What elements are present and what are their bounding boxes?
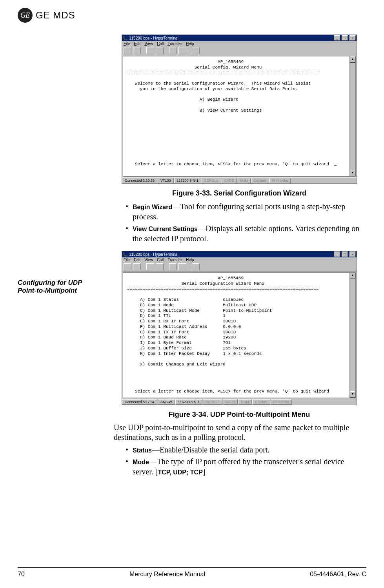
- menu-transfer[interactable]: Transfer: [167, 258, 182, 262]
- list-item: Status—Enable/Disable the serial data po…: [126, 445, 365, 455]
- toolbar-btn[interactable]: [169, 263, 177, 270]
- brand-text: GE MDS: [36, 10, 75, 21]
- toolbar-btn[interactable]: [133, 263, 141, 270]
- maximize-icon[interactable]: □: [342, 251, 348, 257]
- scroll-down-icon[interactable]: ▼: [350, 391, 355, 398]
- status-port: 115200 8-N-1: [175, 399, 202, 405]
- figure-caption-1: Figure 3-33. Serial Configuration Wizard: [114, 189, 365, 197]
- list-item: View Current Settings—Displays all setab…: [126, 223, 365, 244]
- titlebar: 📞 115200 bps - HyperTerminal _ □ ×: [122, 251, 357, 257]
- toolbar-btn[interactable]: [192, 263, 200, 270]
- close-icon[interactable]: ×: [349, 251, 356, 257]
- statusbar: Connected 3:10:59 VT100 115200 8-N-1 SCR…: [122, 177, 357, 183]
- toolbar-btn[interactable]: [133, 47, 141, 54]
- scroll-down-icon[interactable]: ▼: [350, 170, 355, 176]
- app-icon: 📞: [123, 36, 127, 40]
- menu-transfer[interactable]: Transfer: [167, 42, 182, 46]
- status-capture: Capture: [252, 399, 270, 405]
- minimize-icon[interactable]: _: [334, 251, 340, 257]
- toolbar-btn[interactable]: [169, 47, 177, 54]
- status-connected: Connected 5:17:34: [122, 399, 157, 405]
- status-scroll: SCROLL: [203, 399, 222, 405]
- brand-header: GE GE MDS: [18, 8, 366, 23]
- status-print: Print echo: [269, 178, 291, 183]
- toolbar-btn[interactable]: [146, 263, 154, 270]
- toolbar: [122, 262, 357, 271]
- option-name: Status: [133, 447, 152, 454]
- option-name: View Current Settings: [133, 226, 198, 232]
- options-list-1: Begin Wizard—Tool for configuring serial…: [126, 201, 365, 244]
- toolbar-btn[interactable]: [146, 47, 154, 54]
- toolbar-btn[interactable]: [156, 263, 164, 270]
- menu-file[interactable]: File: [124, 42, 130, 46]
- figure-caption-2: Figure 3-34. UDP Point-to-Multipoint Men…: [114, 411, 365, 419]
- hyperterminal-window-1: 📞 115200 bps - HyperTerminal _ □ × File …: [122, 34, 357, 184]
- page-number: 70: [18, 571, 25, 578]
- paragraph: Use UDP point-to-multipoint to send a co…: [114, 423, 365, 442]
- list-item: Mode—The type of IP port offered by the …: [126, 456, 365, 477]
- status-print: Print echo: [271, 399, 292, 405]
- statusbar: Connected 5:17:34 ANSIW 115200 8-N-1 SCR…: [122, 399, 357, 405]
- hyperterminal-window-2: 📞 115200 bps - HyperTerminal _ □ × File …: [122, 251, 357, 405]
- option-close: ]: [203, 467, 206, 476]
- menu-view[interactable]: View: [144, 42, 153, 46]
- option-values: TCP, UDP; TCP: [158, 469, 202, 476]
- list-item: Begin Wizard—Tool for configuring serial…: [126, 201, 365, 222]
- menu-call[interactable]: Call: [157, 42, 164, 46]
- toolbar-btn[interactable]: [178, 47, 186, 54]
- toolbar-btn[interactable]: [124, 263, 131, 270]
- menu-help[interactable]: Help: [186, 42, 194, 46]
- scroll-up-icon[interactable]: ▲: [350, 56, 355, 63]
- status-num: NUM: [238, 399, 252, 405]
- toolbar: [122, 46, 357, 55]
- app-icon: 📞: [123, 252, 127, 257]
- menubar: File Edit View Call Transfer Help: [122, 41, 357, 46]
- toolbar-btn[interactable]: [178, 263, 186, 270]
- option-desc: —Enable/Disable the serial data port.: [152, 445, 269, 454]
- terminal-output: AP_1655469 Serial Config. Wizard Menu ==…: [123, 56, 349, 176]
- scrollbar[interactable]: ▲ ▼: [349, 56, 355, 176]
- doc-title: Mercury Reference Manual: [129, 571, 205, 578]
- toolbar-btn[interactable]: [192, 47, 200, 54]
- status-scroll: SCROLL: [202, 178, 221, 183]
- doc-id: 05-4446A01, Rev. C: [310, 571, 366, 578]
- option-name: Mode: [133, 459, 149, 465]
- options-list-2: Status—Enable/Disable the serial data po…: [126, 445, 365, 477]
- toolbar-btn[interactable]: [156, 47, 164, 54]
- window-title: 115200 bps - HyperTerminal: [129, 36, 178, 40]
- menu-view[interactable]: View: [144, 258, 153, 262]
- menu-help[interactable]: Help: [186, 258, 194, 262]
- menubar: File Edit View Call Transfer Help: [122, 257, 357, 262]
- menu-edit[interactable]: Edit: [134, 42, 140, 46]
- status-capture: Capture: [251, 178, 269, 183]
- toolbar-btn[interactable]: [124, 47, 131, 54]
- status-port: 115200 8-N-1: [174, 178, 201, 183]
- sidebar-heading: Configuring for UDP Point-to-Multipoint: [18, 279, 96, 294]
- status-emulation: ANSIW: [158, 399, 175, 405]
- status-num: NUM: [237, 178, 251, 183]
- page-footer: 70 Mercury Reference Manual 05-4446A01, …: [18, 567, 366, 578]
- option-name: Begin Wizard: [133, 204, 172, 210]
- scroll-up-icon[interactable]: ▲: [350, 273, 355, 279]
- menu-edit[interactable]: Edit: [134, 258, 140, 262]
- menu-call[interactable]: Call: [157, 258, 164, 262]
- window-title: 115200 bps - HyperTerminal: [129, 252, 178, 257]
- close-icon[interactable]: ×: [349, 35, 356, 41]
- scrollbar[interactable]: ▲ ▼: [349, 273, 355, 398]
- minimize-icon[interactable]: _: [334, 35, 340, 41]
- menu-file[interactable]: File: [124, 258, 130, 262]
- status-caps: CAPS: [223, 399, 238, 405]
- terminal-output: AP_1655469 Serial Configuration Wizard M…: [123, 273, 349, 398]
- maximize-icon[interactable]: □: [342, 35, 348, 41]
- ge-logo-icon: GE: [18, 8, 33, 23]
- status-emulation: VT100: [158, 178, 174, 183]
- status-caps: CAPS: [222, 178, 237, 183]
- status-connected: Connected 3:10:59: [122, 178, 157, 183]
- titlebar: 📞 115200 bps - HyperTerminal _ □ ×: [122, 35, 357, 41]
